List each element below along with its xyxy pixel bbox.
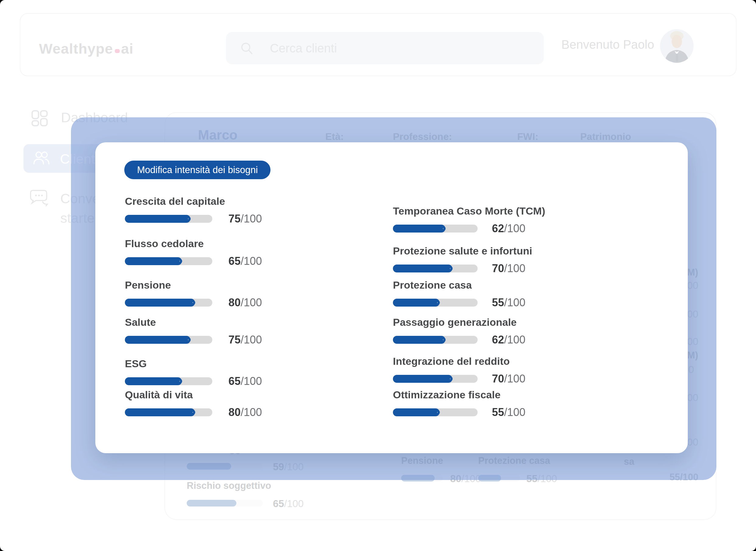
slider-label: ESG [125,358,262,370]
slider-thumb[interactable] [190,300,195,305]
slider-label: Integrazione del reddito [393,355,525,367]
slider-track[interactable] [393,408,478,416]
slider-fill [393,408,440,416]
need-slider-row: Ottimizzazione fiscale55/100 [393,389,525,419]
need-slider-row: Pensione80/100 [125,279,262,309]
conversation-icon [29,188,49,207]
need-slider-row: Crescita del capitale75/100 [125,195,262,225]
search-input[interactable] [269,41,482,55]
slider-label: Temporanea Caso Morte (TCM) [393,205,545,217]
slider-track[interactable] [125,257,212,265]
slider-label: Pensione [125,279,262,291]
slider-track[interactable] [125,299,212,307]
slider-fill [125,408,195,416]
background-need-value: 65/100 [273,498,304,510]
slider-value: 55/100 [492,296,525,309]
need-slider-row: Integrazione del reddito70/100 [393,355,525,385]
slider-fill [125,257,182,265]
slider-fill [393,375,452,383]
clients-icon [33,149,50,167]
slider-thumb[interactable] [177,379,182,384]
slider-track[interactable] [125,336,212,344]
need-slider-row: Salute75/100 [125,316,262,346]
background-need-label: Rischio soggettivo [187,480,271,491]
slider-thumb[interactable] [441,226,446,231]
need-slider-row: Temporanea Caso Morte (TCM)62/100 [393,205,545,235]
slider-label: Salute [125,316,262,328]
need-slider-row: Qualità di vita80/100 [125,389,262,419]
slider-track[interactable] [125,408,212,416]
need-slider-row: Protezione casa55/100 [393,279,525,309]
slider-value: 55/100 [492,406,525,419]
slider-value: 70/100 [492,262,525,275]
slider-fill [393,336,445,344]
slider-label: Qualità di vita [125,389,262,401]
avatar-photo-icon [660,29,694,63]
client-search-bar[interactable] [226,32,544,64]
slider-fill [393,264,452,272]
slider-fill [393,224,445,232]
slider-fill [125,215,190,223]
brand-dot-icon [115,49,120,53]
brand-logo: Wealthypeai [39,40,133,57]
search-icon [240,41,253,55]
slider-value: 65/100 [228,255,262,267]
need-slider-row: ESG65/100 [125,358,262,388]
app-window: Wealthypeai Benvenuto Paolo [0,0,756,551]
slider-value: 80/100 [228,406,262,419]
slider-track[interactable] [393,224,478,232]
slider-track[interactable] [393,264,478,272]
modal-title-button[interactable]: Modifica intensità dei bisogni [124,161,270,179]
slider-thumb[interactable] [441,337,446,342]
slider-label: Flusso cedolare [125,238,262,249]
slider-thumb[interactable] [186,337,191,342]
slider-label: Passaggio generazionale [393,316,525,328]
slider-label: Protezione casa [393,279,525,291]
need-slider-row: Protezione salute e infortuni70/100 [393,245,532,275]
brand-tld: ai [121,41,133,57]
slider-fill [125,336,190,344]
welcome-text: Benvenuto Paolo [561,38,654,51]
dashboard-icon [31,110,48,127]
slider-thumb[interactable] [448,266,453,271]
slider-value: 62/100 [492,222,525,235]
slider-track[interactable] [393,375,478,383]
slider-value: 70/100 [492,373,525,385]
slider-label: Crescita del capitale [125,195,262,207]
slider-thumb[interactable] [435,410,440,415]
edit-needs-modal: Modifica intensità dei bisogni Crescita … [95,142,688,453]
need-slider-row: Passaggio generazionale62/100 [393,316,525,346]
slider-value: 80/100 [228,296,262,309]
slider-thumb[interactable] [177,259,182,263]
slider-fill [125,377,182,385]
slider-value: 65/100 [228,375,262,388]
slider-value: 75/100 [228,212,262,225]
slider-track[interactable] [393,299,478,307]
need-slider-row: Flusso cedolare65/100 [125,238,262,267]
slider-fill [393,299,440,307]
slider-label: Ottimizzazione fiscale [393,389,525,401]
slider-track[interactable] [125,377,212,385]
background-need-bar [187,500,263,507]
slider-thumb[interactable] [435,300,440,305]
slider-label: Protezione salute e infortuni [393,245,532,257]
slider-track[interactable] [125,215,212,223]
slider-thumb[interactable] [448,376,453,381]
slider-fill [125,299,195,307]
user-avatar[interactable] [660,29,694,63]
background-need-row: Rischio soggettivo65/100 [187,480,271,491]
slider-value: 62/100 [492,334,525,346]
slider-value: 75/100 [228,334,262,346]
slider-thumb[interactable] [186,216,191,221]
slider-thumb[interactable] [190,410,195,415]
slider-track[interactable] [393,336,478,344]
brand-name: Wealthype [39,41,113,57]
